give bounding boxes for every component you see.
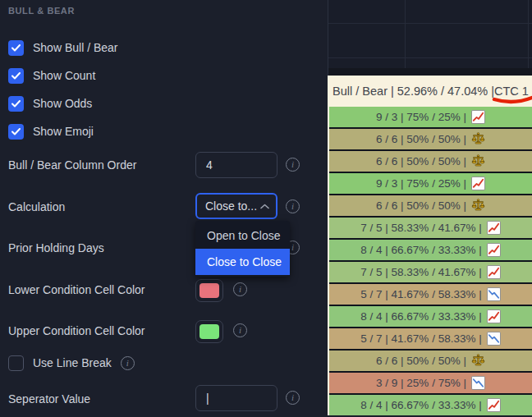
chart-up-icon (487, 243, 501, 257)
checkbox-checked-icon[interactable] (8, 40, 24, 56)
checkbox-checked-icon[interactable] (8, 68, 24, 84)
row-text: 7 / 5 | 58.33% / 41.67% | (360, 222, 481, 234)
table-row: 8 / 4 | 66.67% / 33.33% | (329, 306, 532, 327)
row-text: 8 / 4 | 66.67% / 33.33% | (360, 399, 481, 411)
table-row: 6 / 6 | 50% / 50% | (329, 129, 532, 149)
row-text: 6 / 6 | 50% / 50% | (376, 355, 466, 367)
row-text: 9 / 3 | 75% / 25% | (376, 177, 466, 190)
info-icon[interactable]: i (233, 282, 247, 296)
checkbox-show-emoji[interactable]: Show Emoji (8, 123, 94, 140)
lower-color-button[interactable] (195, 279, 223, 302)
checkbox-label: Use Line Break (33, 356, 112, 369)
lower-color-swatch[interactable] (200, 283, 219, 298)
separator-value-input[interactable] (195, 385, 277, 411)
upper-color-button[interactable] (195, 320, 223, 343)
row-text: 5 / 7 | 41.67% / 58.33% | (360, 332, 481, 345)
table-row: 6 / 6 | 50% / 50% | (329, 351, 532, 371)
checkbox-label: Show Odds (33, 97, 92, 110)
row-text: 3 / 9 | 25% / 75% | (376, 377, 466, 389)
info-icon[interactable]: i (121, 356, 135, 370)
upper-color-swatch[interactable] (200, 324, 219, 339)
scales-icon (471, 132, 485, 146)
info-icon[interactable]: i (286, 158, 300, 172)
table-row: 8 / 4 | 66.67% / 33.33% | (329, 395, 532, 415)
table-row: 9 / 3 | 75% / 25% | (329, 107, 532, 127)
column-order-label: Bull / Bear Column Order (8, 158, 136, 172)
checkbox-label: Show Count (33, 69, 95, 82)
menu-item-close-to-close[interactable]: Close to Close (195, 249, 290, 275)
row-text: 7 / 5 | 58.33% / 41.67% | (360, 266, 481, 278)
calculation-value: Close to... (205, 199, 260, 213)
calculation-label: Calculation (8, 200, 65, 213)
chart-background (328, 0, 532, 76)
table-rows: 9 / 3 | 75% / 25% | 6 / 6 | 50% / 50% | … (328, 107, 532, 415)
table-row: 6 / 6 | 50% / 50% | (329, 195, 532, 216)
info-icon[interactable]: i (286, 391, 300, 405)
separator-value-label: Seperator Value (8, 392, 90, 406)
table-row: 5 / 7 | 41.67% / 58.33% | (329, 328, 532, 349)
row-text: 5 / 7 | 41.67% / 58.33% | (360, 288, 481, 300)
chart-up-icon (487, 398, 501, 412)
table-header-text: Bull / Bear | 52.96% / 47.04% | (332, 85, 494, 98)
info-icon[interactable]: i (233, 323, 247, 337)
checkbox-use-line-break[interactable]: Use Line Break i (8, 355, 135, 371)
checkbox-show-bull-bear[interactable]: Show Bull / Bear (8, 39, 118, 56)
grid-line (528, 0, 529, 76)
checkbox-checked-icon[interactable] (8, 124, 24, 140)
row-text: 6 / 6 | 50% / 50% | (376, 155, 466, 167)
grid-line (328, 23, 532, 24)
info-icon[interactable]: i (286, 199, 300, 213)
lower-color-label: Lower Condition Cell Color (8, 283, 145, 296)
table-row: 6 / 6 | 50% / 50% | (329, 151, 532, 172)
chart-up-icon (471, 110, 485, 124)
section-title: BULL & BEAR (8, 6, 75, 16)
row-text: 8 / 4 | 66.67% / 33.33% | (360, 244, 481, 256)
checkbox-label: Show Emoji (33, 125, 94, 138)
chart-down-icon (487, 287, 501, 301)
table-top-strip (328, 68, 532, 76)
chevron-up-icon (260, 204, 269, 209)
menu-item-open-to-close[interactable]: Open to Close (195, 222, 290, 249)
upper-color-label: Upper Condition Cell Color (8, 324, 145, 337)
chart-up-icon (487, 309, 501, 323)
scales-icon (471, 154, 485, 168)
table-header-ctc: CTC 1 (494, 85, 529, 98)
row-text: 8 / 4 | 66.67% / 33.33% | (360, 310, 481, 323)
chart-down-icon (471, 376, 485, 390)
checkbox-checked-icon[interactable] (8, 96, 24, 112)
chart-up-icon (487, 265, 501, 279)
table-row: 9 / 3 | 75% / 25% | (329, 173, 532, 194)
prior-holding-days-label: Prior Holding Days (8, 241, 104, 254)
scales-icon (471, 354, 485, 368)
chart-up-icon (471, 176, 485, 190)
red-underline-annotation (492, 95, 532, 106)
checkbox-unchecked-icon[interactable] (8, 355, 24, 371)
checkbox-label: Show Bull / Bear (33, 41, 118, 54)
row-text: 6 / 6 | 50% / 50% | (376, 199, 466, 212)
table-header: Bull / Bear | 52.96% / 47.04% | CTC 1 (328, 76, 532, 107)
row-text: 9 / 3 | 75% / 25% | (376, 111, 466, 123)
row-text: 6 / 6 | 50% / 50% | (376, 133, 466, 145)
bull-bear-table-panel: Bull / Bear | 52.96% / 47.04% | CTC 1 9 … (328, 0, 532, 417)
settings-panel: BULL & BEAR Show Bull / Bear Show Count … (0, 0, 328, 417)
table-row: 3 / 9 | 25% / 75% | (329, 373, 532, 393)
checkbox-show-odds[interactable]: Show Odds (8, 95, 92, 112)
scales-icon (471, 199, 485, 213)
chart-down-icon (487, 332, 501, 346)
column-order-input[interactable] (195, 152, 277, 178)
chart-up-icon (487, 221, 501, 235)
grid-line (328, 57, 532, 58)
grid-line (405, 0, 406, 76)
calculation-dropdown-menu: Open to Close Close to Close (195, 221, 290, 277)
bull-bear-settings-screen: BULL & BEAR Show Bull / Bear Show Count … (0, 0, 532, 417)
table-row: 7 / 5 | 58.33% / 41.67% | (329, 262, 532, 282)
table-row: 8 / 4 | 66.67% / 33.33% | (329, 240, 532, 260)
table-row: 7 / 5 | 58.33% / 41.67% | (329, 218, 532, 238)
checkbox-show-count[interactable]: Show Count (8, 67, 95, 84)
calculation-select[interactable]: Close to... (195, 193, 277, 219)
table-row: 5 / 7 | 41.67% / 58.33% | (329, 284, 532, 305)
